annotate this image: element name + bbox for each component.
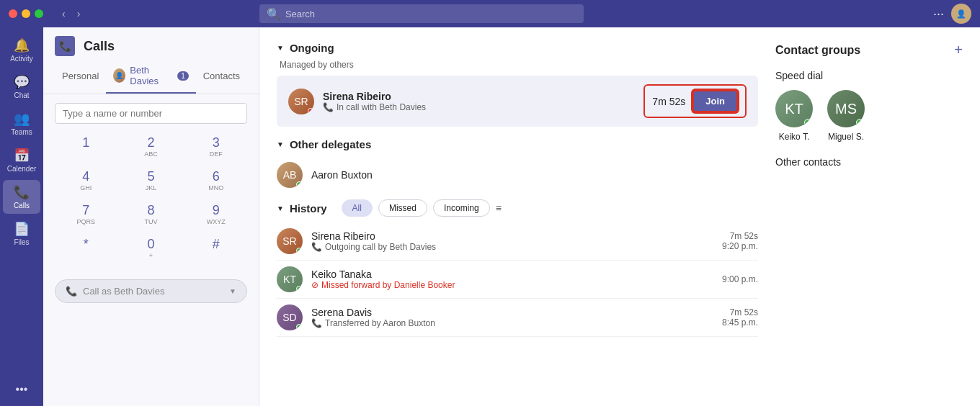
history-meta-keiko: 9:00 p.m. [722, 274, 758, 284]
dial-key-8[interactable]: 8TUV [120, 199, 182, 230]
calls-icon: 📞 [14, 184, 30, 200]
dial-key-4[interactable]: 4GHI [55, 165, 117, 196]
sidebar: 🔔 Activity 💬 Chat 👥 Teams 📅 Calender 📞 C… [0, 27, 43, 406]
transfer-icon: 📞 [311, 318, 322, 328]
dial-key-star[interactable]: * [55, 233, 117, 263]
search-icon: 🔍 [267, 7, 281, 21]
traffic-lights [9, 9, 43, 18]
history-item-serena: SD Serena Davis 📞 Transferred by Aaron B… [277, 299, 758, 337]
delegates-label: Other delegates [290, 138, 371, 150]
main-content: ▼ Ongoing Managed by others SR Sirena Ri… [259, 27, 980, 406]
title-bar: ‹ › 🔍 ··· 👤 [0, 0, 980, 27]
tab-personal[interactable]: Personal [55, 65, 106, 89]
tab-badge: 1 [177, 71, 189, 81]
ongoing-card: SR Sirena Ribeiro 📞 In call with Beth Da… [277, 76, 758, 127]
files-icon: 📄 [14, 221, 30, 237]
speed-dial-avatar-miguel: MS [827, 90, 865, 127]
history-info-keiko: Keiko Tanaka ⊘ Missed forward by Daniell… [311, 269, 713, 290]
history-sub-sirena: 📞 Outgoing call by Beth Davies [311, 242, 713, 252]
speed-dial-keiko[interactable]: KT Keiko T. [775, 90, 813, 142]
calls-app-icon: 📞 [55, 36, 75, 56]
dial-key-5[interactable]: 5JKL [120, 165, 182, 196]
history-dot-sirena [296, 248, 302, 253]
dial-key-hash[interactable]: # [185, 233, 247, 263]
calendar-icon: 📅 [14, 148, 30, 163]
join-button[interactable]: Join [692, 90, 738, 112]
filter-missed-button[interactable]: Missed [378, 199, 427, 217]
filter-all-button[interactable]: All [342, 199, 373, 217]
chevron-down-icon: ▼ [229, 287, 236, 295]
calls-tabs: Personal 👤 Beth Davies 1 Contacts [43, 59, 259, 94]
sidebar-item-label-teams: Teams [11, 128, 32, 136]
nav-arrows: ‹ › [58, 6, 84, 21]
search-input[interactable] [285, 9, 576, 19]
history-meta-sirena: 7m 52s 9:20 p.m. [722, 231, 758, 251]
back-button[interactable]: ‹ [58, 6, 70, 21]
add-contact-group-button[interactable]: + [954, 42, 963, 58]
delegates-toggle[interactable]: ▼ [277, 140, 284, 148]
calls-panel: 📞 Calls Personal 👤 Beth Davies 1 Contact… [43, 27, 259, 406]
history-item-keiko: KT Keiko Tanaka ⊘ Missed forward by Dani… [277, 261, 758, 299]
aaron-avatar: AB [277, 162, 303, 188]
dial-key-2[interactable]: 2ABC [120, 131, 182, 162]
filter-options-icon[interactable]: ≡ [496, 202, 502, 214]
teams-icon: 👥 [14, 111, 30, 127]
ongoing-section-header: ▼ Ongoing [277, 42, 758, 54]
dial-key-1[interactable]: 1 [55, 131, 117, 162]
contact-groups-title: Contact groups [775, 44, 860, 57]
history-filter: All Missed Incoming ≡ [342, 199, 502, 217]
sidebar-item-label-calendar: Calender [7, 165, 37, 173]
sirena-avatar: SR [288, 89, 314, 114]
minimize-button[interactable] [22, 9, 30, 18]
more-options-icon[interactable]: ··· [933, 6, 944, 22]
sidebar-item-calls[interactable]: 📞 Calls [3, 180, 40, 214]
ongoing-label: Ongoing [290, 42, 334, 54]
dial-key-6[interactable]: 6MNO [185, 165, 247, 196]
history-time-sirena: 9:20 p.m. [722, 241, 758, 251]
calls-title: Calls [84, 39, 115, 54]
chat-icon: 💬 [14, 74, 30, 90]
outgoing-call-icon: 📞 [311, 242, 322, 252]
search-bar[interactable]: 🔍 [259, 4, 584, 23]
history-toggle[interactable]: ▼ [277, 204, 284, 212]
sidebar-item-activity[interactable]: 🔔 Activity [3, 33, 40, 67]
sidebar-item-files[interactable]: 📄 Files [3, 217, 40, 251]
ongoing-toggle[interactable]: ▼ [277, 44, 284, 52]
sidebar-more[interactable]: ••• [3, 379, 40, 400]
ongoing-call-status: 📞 In call with Beth Davies [323, 102, 635, 112]
history-name-keiko: Keiko Tanaka [311, 269, 713, 280]
history-info-sirena: Sirena Ribeiro 📞 Outgoing call by Beth D… [311, 230, 713, 252]
history-duration-sirena: 7m 52s [722, 231, 758, 241]
sidebar-item-calendar[interactable]: 📅 Calender [3, 143, 40, 177]
filter-incoming-button[interactable]: Incoming [433, 199, 490, 217]
sidebar-item-chat[interactable]: 💬 Chat [3, 70, 40, 104]
dial-key-0[interactable]: 0+ [120, 233, 182, 263]
call-as-button[interactable]: 📞 Call as Beth Davies ▼ [55, 279, 247, 303]
history-avatar-sirena: SR [277, 228, 303, 254]
calls-main: ▼ Ongoing Managed by others SR Sirena Ri… [277, 42, 758, 392]
sidebar-item-teams[interactable]: 👥 Teams [3, 107, 40, 140]
delegate-name-aaron: Aaron Buxton [311, 169, 373, 181]
call-status-icon: 📞 [323, 102, 334, 112]
dial-key-9[interactable]: 9WXYZ [185, 199, 247, 230]
title-bar-right: ··· 👤 [933, 4, 971, 24]
dial-key-7[interactable]: 7PQRS [55, 199, 117, 230]
close-button[interactable] [9, 9, 17, 18]
maximize-button[interactable] [35, 9, 43, 18]
dial-key-3[interactable]: 3DEF [185, 131, 247, 162]
history-dot-keiko [296, 286, 302, 292]
tab-contacts[interactable]: Contacts [196, 65, 247, 89]
speed-dial-avatar-keiko: KT [775, 90, 813, 127]
history-avatar-keiko: KT [277, 266, 303, 292]
phone-icon: 📞 [66, 286, 77, 297]
user-avatar[interactable]: 👤 [951, 4, 971, 24]
right-panel: Contact groups + Speed dial KT Keiko T. [775, 42, 963, 392]
forward-button[interactable]: › [73, 6, 85, 21]
history-section: ▼ History All Missed Incoming ≡ SR [277, 199, 758, 337]
calls-header: 📞 Calls [43, 27, 259, 56]
speed-dial-miguel[interactable]: MS Miguel S. [827, 90, 865, 142]
dial-input[interactable] [55, 103, 247, 124]
call-button-label: Call as Beth Davies [83, 286, 164, 297]
tab-person[interactable]: 👤 Beth Davies 1 [106, 59, 195, 94]
call-status-dot [308, 108, 313, 114]
